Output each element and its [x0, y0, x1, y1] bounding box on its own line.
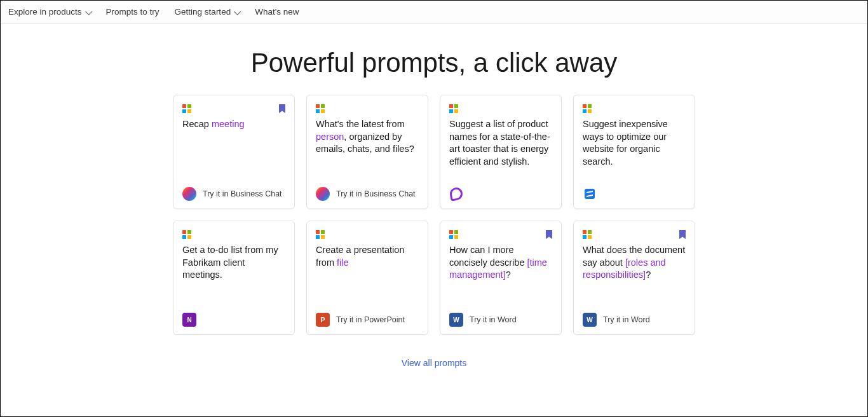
try-it-label: Try it in Word [603, 315, 650, 324]
bookmark-icon[interactable] [279, 104, 285, 113]
bookmark-icon[interactable] [546, 230, 552, 239]
nav-whats-new[interactable]: What's new [255, 6, 299, 18]
microsoft-logo-icon [449, 104, 458, 113]
word-icon [449, 313, 463, 327]
whiteboard-icon [583, 187, 597, 201]
card-footer[interactable] [182, 313, 285, 327]
prompt-card[interactable]: How can I more concisely describe [time … [440, 221, 562, 335]
try-it-label: Try it in PowerPoint [336, 315, 405, 324]
prompt-card[interactable]: Suggest inexpensive ways to optimize our… [573, 95, 695, 209]
microsoft-logo-icon [583, 230, 592, 239]
prompt-text: Create a presentation from file [316, 244, 419, 269]
prompt-grid: Recap meeting Try it in Business Chat Wh… [1, 95, 867, 335]
view-all-prompts-link[interactable]: View all prompts [402, 358, 466, 368]
prompt-card[interactable]: Create a presentation from file Try it i… [306, 221, 428, 335]
try-it-label: Try it in Word [470, 315, 517, 324]
prompt-text: Recap meeting [182, 118, 285, 131]
prompt-text: Suggest a list of product names for a st… [449, 118, 552, 168]
top-nav: Explore in products Prompts to try Getti… [1, 1, 867, 24]
word-icon [583, 313, 597, 327]
prompt-card[interactable]: Get a to-do list from my Fabrikam client… [173, 221, 295, 335]
try-it-label: Try it in Business Chat [203, 189, 282, 198]
card-footer[interactable]: Try it in Word [583, 313, 686, 327]
page-title: Powerful prompts, a click away [1, 48, 867, 78]
chevron-down-icon [234, 8, 241, 15]
nav-getting-started[interactable]: Getting started [175, 6, 240, 18]
nav-prompts-to-try[interactable]: Prompts to try [106, 6, 159, 18]
nav-explore-in-products[interactable]: Explore in products [8, 6, 91, 18]
prompt-card[interactable]: What's the latest from person, organized… [306, 95, 428, 209]
microsoft-logo-icon [316, 230, 325, 239]
prompt-card[interactable]: Recap meeting Try it in Business Chat [173, 95, 295, 209]
prompt-card[interactable]: Suggest a list of product names for a st… [440, 95, 562, 209]
prompt-card[interactable]: What does the document say about [roles … [573, 221, 695, 335]
prompt-text: Suggest inexpensive ways to optimize our… [583, 118, 686, 168]
prompt-text: What's the latest from person, organized… [316, 118, 419, 156]
prompt-text: What does the document say about [roles … [583, 244, 686, 282]
try-it-label: Try it in Business Chat [336, 189, 416, 198]
nav-whats-new-label: What's new [255, 7, 299, 17]
prompt-text: How can I more concisely describe [time … [449, 244, 552, 282]
card-footer[interactable] [583, 187, 686, 201]
card-footer[interactable]: Try it in Business Chat [316, 187, 419, 201]
microsoft-logo-icon [182, 104, 191, 113]
bookmark-icon[interactable] [679, 230, 686, 239]
card-footer[interactable]: Try it in Word [449, 313, 552, 327]
chevron-down-icon [85, 8, 92, 15]
card-footer[interactable]: Try it in Business Chat [182, 187, 285, 201]
microsoft-logo-icon [583, 104, 592, 113]
powerpoint-icon [316, 313, 330, 327]
loop-icon [449, 187, 463, 201]
nav-prompts-label: Prompts to try [106, 7, 159, 17]
prompt-text: Get a to-do list from my Fabrikam client… [182, 244, 285, 282]
nav-getting-started-label: Getting started [175, 7, 231, 17]
nav-explore-label: Explore in products [8, 7, 82, 17]
copilot-icon [182, 187, 196, 201]
microsoft-logo-icon [182, 230, 191, 239]
onenote-icon [182, 313, 196, 327]
microsoft-logo-icon [449, 230, 458, 239]
card-footer[interactable] [449, 187, 552, 201]
copilot-icon [316, 187, 330, 201]
microsoft-logo-icon [316, 104, 325, 113]
card-footer[interactable]: Try it in PowerPoint [316, 313, 419, 327]
view-all-wrapper: View all prompts [1, 358, 867, 368]
